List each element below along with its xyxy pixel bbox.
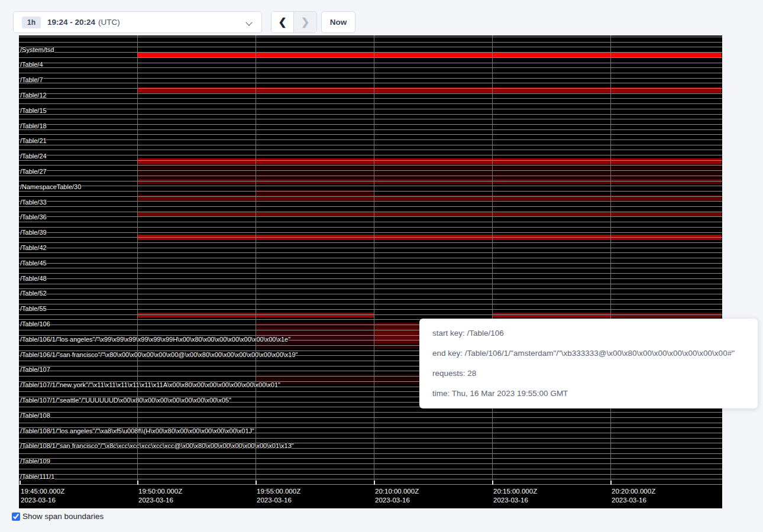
span-boundary-line xyxy=(19,299,722,300)
span-boundary-line xyxy=(19,114,722,115)
span-boundary-line xyxy=(19,191,722,192)
time-grid-line xyxy=(137,35,138,485)
span-boundary-line xyxy=(19,216,722,217)
time-grid-line xyxy=(492,35,493,485)
span-boundary-line xyxy=(19,438,722,439)
axis-tick xyxy=(20,481,21,485)
row-key-label: /Table/39 xyxy=(20,229,47,236)
prev-time-button[interactable]: ❮ xyxy=(271,12,294,33)
axis-tick xyxy=(137,481,138,485)
axis-tick xyxy=(374,481,375,485)
time-grid-line xyxy=(610,35,611,485)
range-timezone: (UTC) xyxy=(98,18,120,27)
span-boundary-line xyxy=(19,155,722,155)
span-boundary-line xyxy=(19,145,722,145)
span-boundary-line xyxy=(19,314,722,315)
heatmap-activity-band xyxy=(137,179,722,184)
span-boundary-line xyxy=(19,181,722,181)
span-boundary-line xyxy=(19,206,722,207)
row-key-label: /Table/111/1 xyxy=(20,473,54,480)
row-key-label: /Table/24 xyxy=(20,153,47,160)
span-boundary-line xyxy=(19,186,722,186)
span-boundary-line xyxy=(19,453,722,454)
row-key-label: /Table/12 xyxy=(20,92,47,99)
span-boundary-line xyxy=(19,304,722,304)
row-key-label: /Table/4 xyxy=(20,61,43,68)
span-boundary-line xyxy=(19,469,722,469)
span-boundary-line xyxy=(19,423,722,423)
span-boundary-line xyxy=(19,109,722,109)
heatmap-activity-band xyxy=(137,52,722,57)
row-key-label: /Table/18 xyxy=(20,122,47,129)
row-key-label: /Table/15 xyxy=(20,107,47,114)
row-key-label: /Table/109 xyxy=(20,458,50,465)
time-nav-group: ❮ ❯ xyxy=(271,11,317,33)
span-boundary-line xyxy=(19,98,722,99)
span-boundary-line xyxy=(19,294,722,294)
footer: Show span boundaries xyxy=(12,512,104,521)
span-boundary-line xyxy=(19,176,722,176)
heatmap-activity-band xyxy=(610,313,722,317)
row-key-label: /Table/106/1/"san francisco"/"\x80\x00\x… xyxy=(20,351,298,358)
heatmap-activity-band xyxy=(256,328,374,333)
row-key-label: /Table/27 xyxy=(20,168,47,175)
span-boundary-line xyxy=(19,78,722,79)
row-key-label: /Table/107 xyxy=(20,366,50,373)
heatmap-activity-band xyxy=(492,313,610,317)
span-boundary-line xyxy=(19,252,722,253)
span-boundary-line xyxy=(19,57,722,58)
show-span-boundaries-label: Show span boundaries xyxy=(22,512,104,521)
row-key-label: /Table/7 xyxy=(20,76,43,83)
now-button[interactable]: Now xyxy=(321,11,355,33)
span-boundary-line xyxy=(19,134,722,135)
axis-tick xyxy=(256,481,257,485)
row-key-label: /Table/108 xyxy=(20,412,50,419)
tooltip-requests: requests: 28 xyxy=(432,364,745,384)
span-boundary-line xyxy=(19,42,722,43)
span-boundary-line xyxy=(19,458,722,459)
span-boundary-line xyxy=(19,63,722,63)
span-boundary-line xyxy=(19,37,722,37)
show-span-boundaries-checkbox[interactable] xyxy=(12,512,20,521)
row-key-label: /Table/52 xyxy=(20,290,47,297)
span-boundary-line xyxy=(19,124,722,125)
span-boundary-line xyxy=(19,268,722,268)
row-key-label: /Table/55 xyxy=(20,305,47,312)
tooltip-end-key: end key: /Table/106/1/"amsterdam"/"\xb33… xyxy=(432,343,745,364)
span-boundary-line xyxy=(19,309,722,310)
axis-tick xyxy=(492,481,493,485)
x-axis-label: 20:15:00.000Z2023-03-16 xyxy=(493,487,537,505)
span-boundary-line xyxy=(19,165,722,166)
span-boundary-line xyxy=(19,278,722,279)
span-boundary-line xyxy=(19,73,722,73)
span-boundary-line xyxy=(19,479,722,479)
span-boundary-line xyxy=(19,412,722,413)
next-time-button-disabled: ❯ xyxy=(294,12,316,33)
tooltip-time: time: Thu, 16 Mar 2023 19:55:00 GMT xyxy=(432,384,745,404)
span-boundary-line xyxy=(19,237,722,238)
span-boundary-line xyxy=(19,83,722,83)
span-boundary-line xyxy=(19,284,722,284)
span-boundary-line xyxy=(19,160,722,161)
span-boundary-line xyxy=(19,227,722,228)
span-boundary-line xyxy=(19,119,722,119)
axis-tick xyxy=(610,481,612,485)
keyvisualizer-heatmap[interactable]: 19:45:00.000Z2023-03-1619:50:00.000Z2023… xyxy=(19,35,722,508)
heatmap-activity-band xyxy=(256,343,374,349)
time-range-dropdown[interactable]: 1h 19:24 - 20:24 (UTC) xyxy=(13,11,262,33)
x-axis-label: 19:55:00.000Z2023-03-16 xyxy=(257,487,300,505)
heatmap-activity-band xyxy=(256,323,374,328)
tooltip-start-key: start key: /Table/106 xyxy=(432,323,745,343)
time-grid-line xyxy=(256,35,256,485)
span-boundary-line xyxy=(19,140,722,140)
x-axis-label: 19:45:00.000Z2023-03-16 xyxy=(21,487,64,505)
span-boundary-line xyxy=(19,484,722,485)
row-key-label: /Table/107/1/"new york"/"\x11\x11\x11\x1… xyxy=(20,381,280,388)
span-boundary-line xyxy=(19,258,722,258)
span-boundary-line xyxy=(19,474,722,475)
range-text: 19:24 - 20:24 xyxy=(47,18,95,27)
span-boundary-line xyxy=(19,242,722,243)
span-boundary-line xyxy=(19,263,722,264)
span-boundary-line xyxy=(19,150,722,150)
span-boundary-line xyxy=(19,52,722,53)
